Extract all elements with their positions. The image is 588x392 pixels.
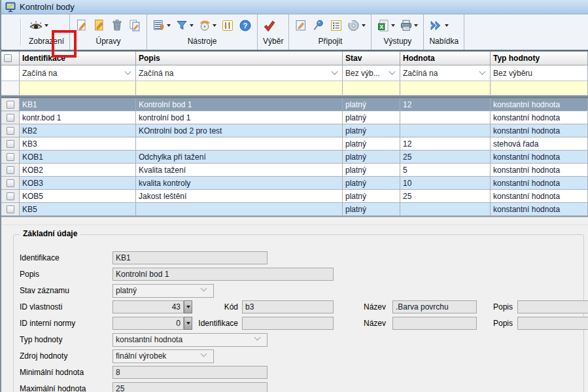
toolbar-group-vyber: Výběr (258, 14, 289, 50)
records-grid: Identifikace Popis Stav Hodnota Typ hodn… (1, 51, 588, 217)
chevron-down-icon[interactable] (44, 24, 48, 27)
table-row[interactable]: KB2 KOntrolní bod 2 pro test platný kons… (1, 124, 588, 137)
nazev-normy-field (392, 317, 477, 330)
id-vlastnosti-lookup-button[interactable] (184, 300, 192, 313)
refresh-icon (198, 19, 211, 32)
form-row-stav-zaznamu: Stav záznamu platný (1, 284, 588, 297)
filter-input-corner (1, 81, 20, 95)
zdroj-hodnoty-select[interactable]: finální výrobek (112, 349, 214, 363)
chevron-down-icon[interactable] (445, 24, 449, 27)
attach-media-button[interactable] (347, 19, 366, 32)
sort-button[interactable] (152, 19, 171, 32)
chevron-down-icon (254, 334, 261, 341)
filter-input-stav[interactable] (343, 81, 400, 95)
select-all-checkbox[interactable] (4, 54, 12, 62)
row-checkbox[interactable] (7, 153, 14, 161)
chevron-down-icon (201, 285, 207, 292)
form-row-zdroj-hodnoty: Zdroj hodnoty finální výrobek (1, 349, 588, 363)
select-all-cell[interactable] (1, 52, 20, 65)
filter-input-hodnota[interactable] (400, 81, 491, 95)
export-excel-button[interactable]: X (377, 19, 395, 32)
filter-select-hodnota[interactable]: Začíná na (400, 65, 491, 80)
edit-record-button[interactable] (93, 19, 106, 32)
identifikace-normy-field (242, 317, 334, 330)
filter-input-identifikace[interactable] (20, 81, 136, 95)
filter-select-popis[interactable]: Začíná na (136, 65, 343, 80)
delete-record-button[interactable] (111, 19, 124, 32)
column-header-hodnota[interactable]: Hodnota (400, 52, 491, 65)
row-checkbox[interactable] (7, 192, 14, 200)
settings-key-button[interactable] (221, 19, 234, 32)
filter-corner-cell (1, 65, 20, 80)
help-button[interactable]: ? (239, 19, 252, 32)
row-checkbox[interactable] (7, 101, 14, 109)
row-checkbox[interactable] (7, 166, 14, 174)
eye-icon (29, 20, 43, 31)
chevron-down-icon[interactable] (362, 24, 366, 27)
filter-input-popis[interactable] (136, 81, 343, 95)
table-row[interactable]: KOB2 Kvalita tažení platný 5 konstantní … (1, 164, 588, 177)
table-row[interactable]: KB5 platný konstantní hodnota (1, 203, 588, 216)
table-row[interactable]: KOB3 kvalita kontroly platný 10 konstant… (1, 177, 588, 190)
column-header-stav[interactable]: Stav (343, 52, 400, 65)
toolbar-group-label: Výstupy (377, 35, 418, 48)
chevron-down-icon[interactable] (167, 24, 171, 27)
chevron-down-icon[interactable] (213, 24, 216, 27)
row-checkbox[interactable] (7, 179, 14, 187)
typ-hodnoty-select[interactable]: konstantní hodnota (112, 333, 268, 347)
chevron-down-icon[interactable] (414, 24, 418, 27)
copy-icon (128, 19, 141, 32)
window-monitor-icon (5, 2, 16, 12)
filter-input-typ[interactable] (491, 81, 588, 95)
chevron-down-icon[interactable] (391, 24, 395, 27)
filter-button[interactable] (175, 19, 194, 32)
filter-select-stav[interactable]: Bez výb... (343, 65, 400, 80)
column-header-popis[interactable]: Popis (136, 52, 343, 65)
field-label: Kód (199, 302, 238, 312)
stav-zaznamu-select[interactable]: platný (112, 284, 214, 298)
field-label: ID vlastnosti (20, 302, 62, 312)
field-label: Maximální hodnota (20, 384, 86, 392)
chevron-down-icon[interactable] (190, 24, 194, 27)
min-hodnota-field: 8 (112, 366, 268, 379)
double-chevron-icon (429, 20, 443, 31)
field-label: Minimální hodnota (20, 368, 84, 377)
row-checkbox[interactable] (7, 140, 14, 148)
form-row-typ-hodnoty: Typ hodnoty konstantní hodnota (1, 333, 588, 346)
table-row[interactable]: KOB5 Jakost leštění platný 25 konstantní… (1, 190, 588, 203)
table-row[interactable]: kontr.bod 1 kontrolní bod 1 platný konst… (1, 111, 588, 124)
toolbar-group-label: Výběr (263, 35, 283, 48)
identifikace-field: KB1 (112, 251, 268, 264)
row-checkbox[interactable] (7, 114, 14, 122)
new-record-button[interactable] (75, 19, 88, 32)
refresh-button[interactable] (198, 19, 216, 32)
checkmark-icon (263, 19, 276, 32)
menu-button[interactable] (429, 20, 449, 31)
column-header-typ[interactable]: Typ hodnoty (491, 52, 588, 65)
toolbar-group-nastroje: ? Nástroje (147, 14, 258, 50)
attach-list-button[interactable] (330, 19, 343, 32)
table-row[interactable]: KB3 platný 12 stehová řada (1, 137, 588, 151)
copy-record-button[interactable] (128, 19, 141, 32)
field-label: Identifikace (182, 319, 238, 328)
form-row-identifikace: Identifikace KB1 (1, 251, 588, 264)
filter-select-identifikace[interactable]: Začíná na (20, 65, 136, 80)
row-checkbox[interactable] (7, 127, 14, 135)
form-row-popis: Popis Kontrolní bod 1 (1, 268, 588, 281)
column-header-identifikace[interactable]: Identifikace (20, 52, 136, 65)
toolbar-group-zobrazeni: Zobrazení (24, 14, 70, 50)
select-button[interactable] (263, 19, 276, 32)
splitter[interactable] (1, 217, 588, 225)
sort-list-icon (152, 19, 165, 32)
new-document-icon (75, 19, 88, 32)
filter-select-typ[interactable]: Bez výběru (491, 65, 588, 80)
view-button[interactable] (29, 20, 48, 31)
print-button[interactable] (400, 19, 418, 32)
attach-pin-button[interactable] (312, 19, 325, 32)
attach-note-button[interactable] (294, 19, 307, 32)
grid-filter-input-row (1, 81, 588, 96)
row-checkbox[interactable] (7, 205, 14, 213)
table-row[interactable]: KB1 Kontrolní bod 1 platný 12 konstantní… (1, 98, 588, 111)
toolbar-group-upravy: Úpravy (70, 14, 147, 50)
table-row[interactable]: KOB1 Odchylka při tažení platný 25 konst… (1, 151, 588, 164)
